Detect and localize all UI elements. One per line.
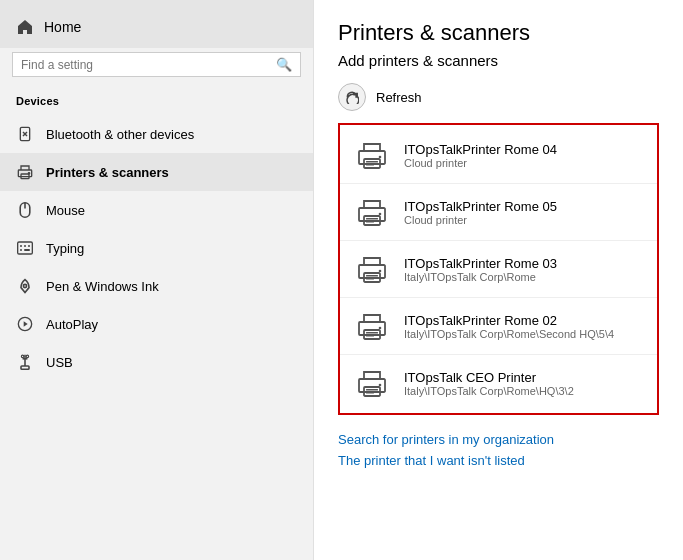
printer-name: ITOpsTalkPrinter Rome 05 (404, 199, 557, 214)
sidebar-item-home[interactable]: Home (0, 0, 313, 48)
sidebar-item-printers[interactable]: Printers & scanners (0, 153, 313, 191)
printer-item-icon (354, 194, 390, 230)
printer-item[interactable]: ITOpsTalkPrinter Rome 05 Cloud printer (340, 183, 657, 240)
printer-info: ITOpsTalkPrinter Rome 03 Italy\ITOpsTalk… (404, 256, 557, 283)
page-subtitle: Add printers & scanners (338, 52, 659, 69)
svg-rect-35 (366, 275, 378, 277)
search-org-link[interactable]: Search for printers in my organization (338, 432, 554, 447)
svg-point-20 (21, 355, 23, 357)
usb-icon (16, 353, 34, 371)
printer-detail: Italy\ITOpsTalk Corp\Rome (404, 271, 557, 283)
printer-nav-icon (16, 163, 34, 181)
pen-icon (16, 277, 34, 295)
sidebar-item-usb[interactable]: USB (0, 343, 313, 381)
printer-name: ITOpsTalkPrinter Rome 04 (404, 142, 557, 157)
sidebar: Home 🔍 Devices Bluetooth & other devices (0, 0, 314, 560)
printer-name: ITOpsTalk CEO Printer (404, 370, 574, 385)
svg-point-29 (379, 213, 382, 216)
bluetooth-label: Bluetooth & other devices (46, 127, 194, 142)
svg-point-44 (379, 384, 382, 387)
printer-detail: Cloud printer (404, 214, 557, 226)
sidebar-item-typing[interactable]: Typing (0, 229, 313, 267)
refresh-label: Refresh (376, 90, 422, 105)
svg-rect-8 (18, 242, 33, 254)
search-input[interactable] (21, 58, 270, 72)
printer-detail: Cloud printer (404, 157, 557, 169)
printers-list: ITOpsTalkPrinter Rome 04 Cloud printer I… (338, 123, 659, 415)
home-label: Home (44, 19, 81, 35)
printer-item[interactable]: ITOpsTalk CEO Printer Italy\ITOpsTalk Co… (340, 354, 657, 411)
main-content: Printers & scanners Add printers & scann… (314, 0, 683, 560)
svg-point-24 (379, 156, 382, 159)
sidebar-item-bluetooth[interactable]: Bluetooth & other devices (0, 115, 313, 153)
sidebar-item-pen[interactable]: Pen & Windows Ink (0, 267, 313, 305)
svg-point-21 (26, 355, 28, 357)
printer-item-icon (354, 251, 390, 287)
printer-info: ITOpsTalk CEO Printer Italy\ITOpsTalk Co… (404, 370, 574, 397)
printer-info: ITOpsTalkPrinter Rome 04 Cloud printer (404, 142, 557, 169)
typing-icon (16, 239, 34, 257)
svg-marker-16 (24, 321, 28, 326)
svg-point-14 (23, 284, 26, 287)
mouse-icon (16, 201, 34, 219)
typing-label: Typing (46, 241, 84, 256)
usb-label: USB (46, 355, 73, 370)
search-org-link-row: Search for printers in my organization (338, 429, 659, 450)
sidebar-item-mouse[interactable]: Mouse (0, 191, 313, 229)
svg-rect-19 (21, 366, 29, 369)
printer-item-icon (354, 137, 390, 173)
svg-rect-30 (366, 218, 378, 220)
printer-item-icon (354, 308, 390, 344)
pen-label: Pen & Windows Ink (46, 279, 159, 294)
autoplay-icon (16, 315, 34, 333)
svg-rect-25 (366, 161, 378, 163)
svg-rect-36 (366, 278, 374, 280)
search-icon: 🔍 (276, 57, 292, 72)
svg-rect-26 (366, 164, 374, 166)
printer-name: ITOpsTalkPrinter Rome 02 (404, 313, 614, 328)
refresh-row[interactable]: Refresh (338, 83, 659, 111)
sidebar-item-autoplay[interactable]: AutoPlay (0, 305, 313, 343)
autoplay-label: AutoPlay (46, 317, 98, 332)
printer-detail: Italy\ITOpsTalk Corp\Rome\Second HQ\5\4 (404, 328, 614, 340)
not-listed-link-row: The printer that I want isn't listed (338, 450, 659, 471)
printer-name: ITOpsTalkPrinter Rome 03 (404, 256, 557, 271)
svg-rect-40 (366, 332, 378, 334)
search-box[interactable]: 🔍 (12, 52, 301, 77)
bluetooth-icon (16, 125, 34, 143)
printer-item[interactable]: ITOpsTalkPrinter Rome 03 Italy\ITOpsTalk… (340, 240, 657, 297)
svg-point-39 (379, 327, 382, 330)
home-icon (16, 18, 34, 36)
printers-label: Printers & scanners (46, 165, 169, 180)
printer-item-icon (354, 365, 390, 401)
svg-rect-45 (366, 389, 378, 391)
printer-detail: Italy\ITOpsTalk Corp\Rome\HQ\3\2 (404, 385, 574, 397)
printer-info: ITOpsTalkPrinter Rome 05 Cloud printer (404, 199, 557, 226)
svg-rect-31 (366, 221, 374, 223)
not-listed-link[interactable]: The printer that I want isn't listed (338, 453, 525, 468)
svg-rect-46 (366, 392, 374, 394)
mouse-label: Mouse (46, 203, 85, 218)
svg-point-34 (379, 270, 382, 273)
printer-info: ITOpsTalkPrinter Rome 02 Italy\ITOpsTalk… (404, 313, 614, 340)
page-title: Printers & scanners (338, 20, 659, 46)
svg-point-5 (28, 173, 29, 174)
refresh-icon (338, 83, 366, 111)
section-label: Devices (0, 89, 313, 115)
svg-rect-41 (366, 335, 374, 337)
printer-item[interactable]: ITOpsTalkPrinter Rome 04 Cloud printer (340, 127, 657, 183)
printer-item[interactable]: ITOpsTalkPrinter Rome 02 Italy\ITOpsTalk… (340, 297, 657, 354)
